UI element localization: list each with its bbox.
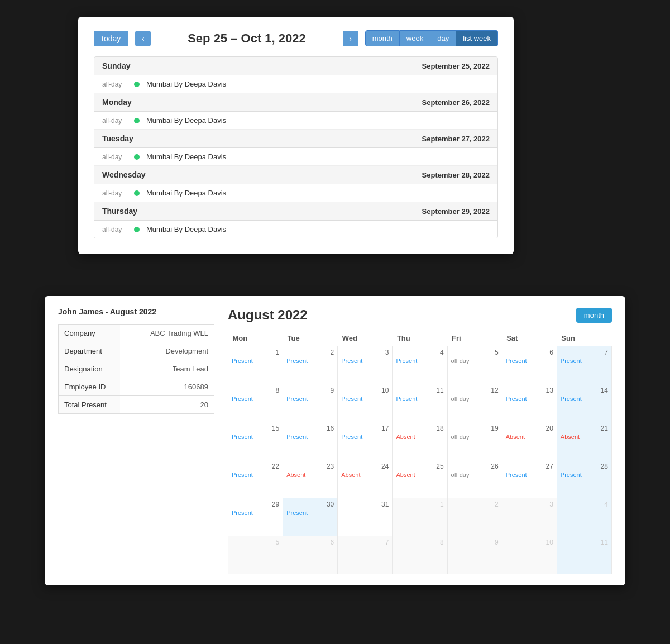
- cell-status: off day: [451, 395, 499, 402]
- cell-date-number: 3: [341, 349, 389, 356]
- calendar-cell[interactable]: 11: [557, 536, 611, 574]
- calendar-cell[interactable]: 8: [393, 536, 447, 574]
- calendar-cell[interactable]: 10: [502, 536, 557, 574]
- calendar-cell[interactable]: 6: [283, 536, 338, 574]
- calendar-cell[interactable]: 7: [338, 536, 393, 574]
- day-date: September 28, 2022: [422, 171, 490, 179]
- calendar-cell[interactable]: 3 Present: [338, 346, 393, 384]
- cell-status: Present: [561, 471, 608, 478]
- event-title: Mumbai By Deepa Davis: [146, 116, 226, 125]
- cell-date-number: 12: [451, 387, 499, 394]
- calendar-cell[interactable]: 17 Present: [338, 422, 393, 460]
- calendar-cell[interactable]: 30 Present: [283, 498, 338, 536]
- calendar-cell[interactable]: 15 Present: [228, 422, 283, 460]
- next-button[interactable]: ›: [343, 31, 358, 46]
- cell-date-number: 30: [286, 500, 334, 508]
- calendar-cell[interactable]: 13 Present: [502, 384, 557, 422]
- prev-button[interactable]: ‹: [135, 31, 151, 46]
- cell-date-number: 25: [396, 462, 443, 470]
- calendar-cell[interactable]: 16 Present: [283, 422, 338, 460]
- cell-date-number: 1: [396, 500, 443, 508]
- cell-status: Present: [286, 433, 334, 440]
- cell-date-number: 7: [561, 349, 608, 356]
- event-dot: [134, 190, 140, 196]
- cell-status: Present: [561, 395, 608, 402]
- info-value: ABC Trading WLL: [120, 325, 214, 342]
- info-label: Company: [59, 325, 120, 342]
- day-header-row: Wednesday September 28, 2022: [94, 166, 497, 184]
- calendar-list: Sunday September 25, 2022 all-day Mumbai…: [94, 56, 498, 238]
- month-view-button[interactable]: month: [576, 308, 612, 323]
- calendar-cell[interactable]: 5 off day: [447, 346, 502, 384]
- calendar-cell[interactable]: 27 Present: [502, 460, 557, 498]
- calendar-cell[interactable]: 5: [228, 536, 283, 574]
- event-row[interactable]: all-day Mumbai By Deepa Davis: [94, 75, 497, 93]
- week-header: Tue: [283, 331, 338, 346]
- calendar-cell[interactable]: 28 Present: [557, 460, 611, 498]
- calendar-cell[interactable]: 1: [393, 498, 447, 536]
- cell-date-number: 9: [451, 538, 499, 546]
- calendar-cell[interactable]: 6 Present: [502, 346, 557, 384]
- calendar-cell[interactable]: 19 off day: [447, 422, 502, 460]
- calendar-cell[interactable]: 2: [447, 498, 502, 536]
- cell-date-number: 16: [286, 424, 334, 432]
- event-dot: [134, 227, 140, 232]
- calendar-cell[interactable]: 9 Present: [283, 384, 338, 422]
- calendar-cell[interactable]: 14 Present: [557, 384, 611, 422]
- calendar-cell[interactable]: 20 Absent: [502, 422, 557, 460]
- date-range-title: Sep 25 – Oct 1, 2022: [157, 31, 336, 46]
- calendar-cell[interactable]: 1 Present: [228, 346, 283, 384]
- event-row[interactable]: all-day Mumbai By Deepa Davis: [94, 221, 497, 238]
- view-month-button[interactable]: month: [365, 30, 400, 46]
- event-row[interactable]: all-day Mumbai By Deepa Davis: [94, 148, 497, 166]
- view-week-button[interactable]: week: [400, 30, 430, 46]
- cell-date-number: 17: [341, 424, 389, 432]
- info-value: 160689: [120, 378, 214, 396]
- day-name: Sunday: [102, 61, 131, 70]
- calendar-cell[interactable]: 24 Absent: [338, 460, 393, 498]
- event-row[interactable]: all-day Mumbai By Deepa Davis: [94, 112, 497, 130]
- calendar-cell[interactable]: 22 Present: [228, 460, 283, 498]
- calendar-cell[interactable]: 21 Absent: [557, 422, 611, 460]
- info-value: Team Lead: [120, 360, 214, 378]
- view-day-button[interactable]: day: [430, 30, 456, 46]
- bottom-inner: John James - August 2022 Company ABC Tra…: [58, 307, 612, 574]
- cell-date-number: 23: [286, 462, 334, 470]
- cell-date-number: 4: [561, 500, 608, 508]
- all-day-label: all-day: [102, 80, 127, 88]
- calendar-cell[interactable]: 4 Present: [393, 346, 447, 384]
- calendar-cell[interactable]: 26 off day: [447, 460, 502, 498]
- view-listweek-button[interactable]: list week: [456, 30, 498, 46]
- info-row: Total Present 20: [59, 396, 214, 414]
- calendar-cell[interactable]: 12 off day: [447, 384, 502, 422]
- cell-status: off day: [451, 471, 499, 478]
- calendar-cell[interactable]: 10 Present: [338, 384, 393, 422]
- day-header-row: Thursday September 29, 2022: [94, 202, 497, 221]
- calendar-cell[interactable]: 11 Present: [393, 384, 447, 422]
- top-header: today ‹ Sep 25 – Oct 1, 2022 › month wee…: [94, 30, 498, 46]
- cell-date-number: 29: [232, 500, 279, 508]
- cell-status: Present: [396, 357, 443, 364]
- calendar-cell[interactable]: 3: [502, 498, 557, 536]
- calendar-cell[interactable]: 7 Present: [557, 346, 611, 384]
- calendar-cell[interactable]: 9: [447, 536, 502, 574]
- today-button[interactable]: today: [94, 31, 128, 46]
- week-header: Mon: [228, 331, 283, 346]
- cell-status: Present: [341, 395, 389, 402]
- cell-date-number: 19: [451, 424, 499, 432]
- calendar-cell[interactable]: 29 Present: [228, 498, 283, 536]
- calendar-cell[interactable]: 4: [557, 498, 611, 536]
- event-row[interactable]: all-day Mumbai By Deepa Davis: [94, 184, 497, 202]
- cell-date-number: 6: [506, 349, 553, 356]
- calendar-cell[interactable]: 23 Absent: [283, 460, 338, 498]
- employee-title: John James - August 2022: [58, 307, 214, 316]
- day-date: September 25, 2022: [422, 62, 490, 70]
- cell-status: Present: [506, 357, 553, 364]
- calendar-cell[interactable]: 31: [338, 498, 393, 536]
- event-title: Mumbai By Deepa Davis: [146, 225, 226, 233]
- all-day-label: all-day: [102, 153, 127, 161]
- calendar-cell[interactable]: 25 Absent: [393, 460, 447, 498]
- calendar-cell[interactable]: 8 Present: [228, 384, 283, 422]
- calendar-cell[interactable]: 2 Present: [283, 346, 338, 384]
- calendar-cell[interactable]: 18 Absent: [393, 422, 447, 460]
